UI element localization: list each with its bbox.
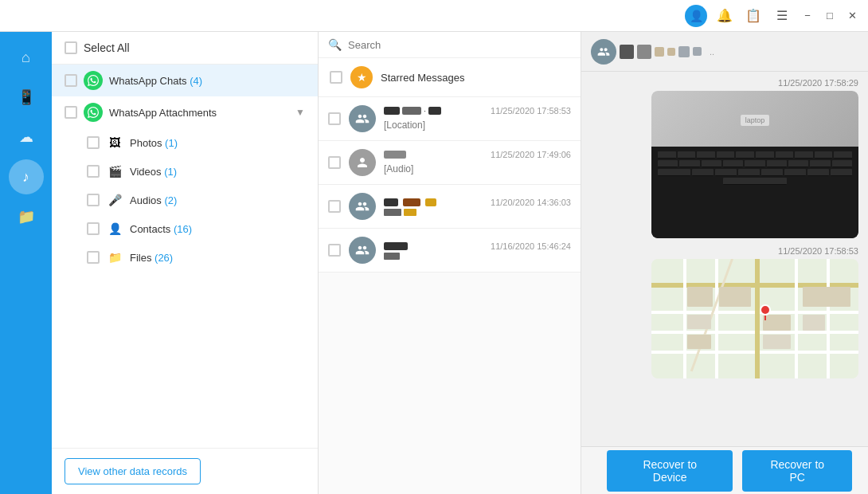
- search-input[interactable]: [348, 39, 571, 51]
- titlebar-icons: 👤 🔔 📋 ☰ − □ ✕: [685, 5, 860, 27]
- location-map: [651, 259, 858, 378]
- chat-header-sq3: [655, 47, 664, 57]
- photos-label: Photos (1): [130, 137, 178, 149]
- starred-messages-row[interactable]: ★ Starred Messages: [319, 58, 581, 97]
- msg-1-checkbox[interactable]: [328, 112, 341, 125]
- files-label: Files (26): [130, 252, 173, 264]
- tree-item-whatsapp-chats[interactable]: WhatsApp Chats (4): [52, 65, 318, 96]
- sidebar-item-cloud[interactable]: ☁: [9, 120, 44, 155]
- audios-label: Audios (2): [130, 194, 177, 206]
- user-avatar-icon[interactable]: 👤: [685, 5, 707, 27]
- sidebar-item-phone[interactable]: 📱: [9, 80, 44, 115]
- msg-2-avatar: [349, 149, 376, 176]
- search-icon: 🔍: [328, 38, 342, 51]
- sidebar: ⌂ 📱 ☁ ♪ 📁: [0, 32, 52, 494]
- select-all-label: Select All: [84, 41, 130, 54]
- msg-1-avatar: [349, 105, 376, 132]
- message-row-2[interactable]: 11/25/2020 17:49:06 [Audio]: [319, 141, 581, 185]
- laptop-photo-bubble: 11/25/2020 17:58:29 laptop: [591, 78, 858, 238]
- sidebar-item-music[interactable]: ♪: [9, 159, 44, 194]
- message-row-3[interactable]: 11/20/2020 14:36:03: [319, 185, 581, 229]
- location-bubble: 11/25/2020 17:58:53: [591, 246, 858, 378]
- titlebar: 👤 🔔 📋 ☰ − □ ✕: [0, 0, 868, 32]
- notification-icon[interactable]: 🔔: [714, 5, 736, 27]
- message-row-1[interactable]: · 11/25/2020 17:58:53 [Location]: [319, 97, 581, 141]
- expand-icon[interactable]: ▼: [295, 107, 305, 118]
- msg-4-avatar: [349, 237, 376, 264]
- photos-checkbox[interactable]: [87, 136, 100, 149]
- msg-3-avatar: [349, 193, 376, 220]
- chat-header-sq1: [620, 45, 634, 59]
- close-button[interactable]: ✕: [844, 8, 860, 24]
- whatsapp-chats-checkbox[interactable]: [65, 74, 77, 87]
- sub-item-files[interactable]: 📁 Files (26): [52, 243, 318, 272]
- videos-label: Videos (1): [130, 166, 177, 178]
- minimize-button[interactable]: −: [800, 8, 815, 24]
- starred-checkbox[interactable]: [330, 71, 342, 84]
- sub-item-videos[interactable]: 🎬 Videos (1): [52, 157, 318, 186]
- right-panel: .. 11/25/2020 17:58:29 laptop: [581, 32, 868, 494]
- whatsapp-attachments-icon: [84, 103, 103, 122]
- whatsapp-attachments-checkbox[interactable]: [65, 106, 77, 119]
- msg-4-checkbox[interactable]: [328, 244, 341, 257]
- files-icon: 📁: [106, 249, 123, 266]
- star-icon: ★: [350, 66, 373, 88]
- msg-3-content: 11/20/2020 14:36:03: [384, 198, 571, 216]
- starred-messages-label: Starred Messages: [381, 72, 465, 84]
- message-row-4[interactable]: 11/16/2020 15:46:24: [319, 229, 581, 272]
- select-all-checkbox[interactable]: [65, 41, 77, 54]
- recover-to-pc-button[interactable]: Recover to PC: [742, 450, 852, 492]
- audios-checkbox[interactable]: [87, 194, 100, 206]
- left-panel-footer: View other data records: [52, 448, 318, 494]
- msg-2-preview: [Audio]: [384, 163, 413, 174]
- chat-header: ..: [581, 32, 868, 72]
- msg-2-checkbox[interactable]: [328, 156, 341, 169]
- select-all-row[interactable]: Select All: [52, 32, 318, 65]
- sidebar-item-home[interactable]: ⌂: [9, 40, 44, 75]
- contacts-checkbox[interactable]: [87, 222, 100, 235]
- msg-4-content: 11/16/2020 15:46:24: [384, 241, 571, 260]
- msg-3-preview: [384, 209, 571, 216]
- msg-3-checkbox[interactable]: [328, 200, 341, 213]
- sub-item-contacts[interactable]: 👤 Contacts (16): [52, 214, 318, 243]
- files-checkbox[interactable]: [87, 251, 100, 264]
- chat-header-sq6: [693, 47, 702, 56]
- contacts-label: Contacts (16): [130, 223, 192, 235]
- msg-4-name: [384, 242, 408, 250]
- menu-icon[interactable]: ☰: [771, 5, 793, 27]
- main-container: ⌂ 📱 ☁ ♪ 📁 Select All WhatsApp Chats (4): [0, 32, 868, 494]
- map-pin: [760, 304, 771, 319]
- left-panel: Select All WhatsApp Chats (4) WhatsApp A…: [52, 32, 319, 494]
- recover-to-device-button[interactable]: Recover to Device: [607, 450, 733, 492]
- chat-header-avatar: [591, 39, 616, 65]
- middle-panel: 🔍 ★ Starred Messages ·: [319, 32, 581, 494]
- search-bar: 🔍: [319, 32, 581, 58]
- msg-2-content: 11/25/2020 17:49:06 [Audio]: [384, 150, 571, 175]
- msg-1-preview: [Location]: [384, 120, 425, 131]
- msg-4-preview: [384, 253, 571, 260]
- view-other-data-button[interactable]: View other data records: [65, 458, 201, 484]
- whatsapp-chats-icon: [84, 71, 103, 90]
- msg-3-name: [384, 198, 436, 206]
- maximize-button[interactable]: □: [822, 8, 838, 24]
- sidebar-item-folder[interactable]: 📁: [9, 199, 44, 234]
- msg-1-name: ·: [384, 106, 441, 116]
- chat-header-sq2: [637, 45, 651, 59]
- msg-1-time: 11/25/2020 17:58:53: [491, 106, 571, 116]
- chat-header-dots: ..: [710, 47, 714, 57]
- location-timestamp: 11/25/2020 17:58:53: [778, 246, 858, 256]
- laptop-photo-timestamp: 11/25/2020 17:58:29: [778, 78, 858, 88]
- sub-item-photos[interactable]: 🖼 Photos (1): [52, 128, 318, 157]
- contacts-icon: 👤: [106, 220, 123, 237]
- photos-icon: 🖼: [106, 134, 123, 151]
- laptop-photo-image: laptop: [651, 91, 858, 238]
- document-icon[interactable]: 📋: [742, 5, 764, 27]
- msg-2-time: 11/25/2020 17:49:06: [491, 150, 571, 159]
- msg-3-time: 11/20/2020 14:36:03: [491, 198, 571, 207]
- tree-item-whatsapp-attachments[interactable]: WhatsApp Attachments ▼: [52, 96, 318, 128]
- videos-checkbox[interactable]: [87, 165, 100, 178]
- videos-icon: 🎬: [106, 163, 123, 180]
- messages-area: 11/25/2020 17:58:29 laptop: [581, 72, 868, 446]
- whatsapp-chats-label: WhatsApp Chats (4): [109, 75, 305, 87]
- sub-item-audios[interactable]: 🎤 Audios (2): [52, 186, 318, 214]
